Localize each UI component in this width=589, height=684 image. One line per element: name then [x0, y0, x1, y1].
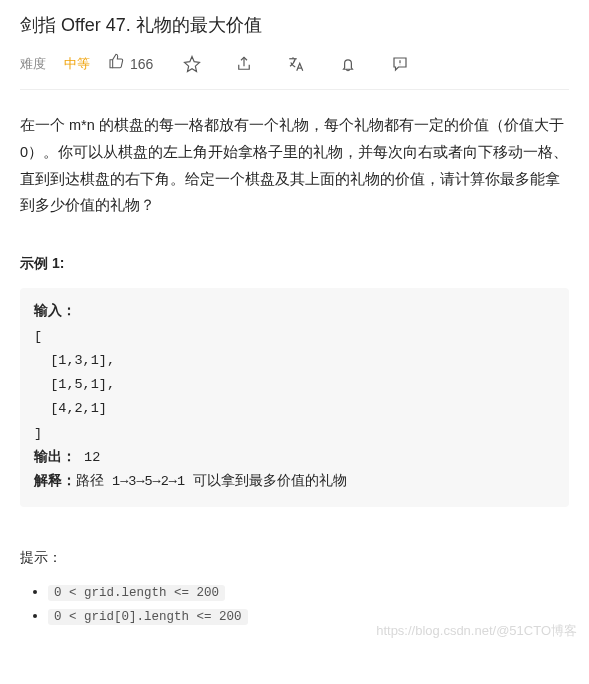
example-heading: 示例 1:: [20, 253, 569, 274]
list-item: 0 < grid[0].length <= 200: [48, 604, 569, 629]
list-item: 0 < grid.length <= 200: [48, 580, 569, 605]
share-icon[interactable]: [235, 55, 253, 73]
example-block: 输入： [ [1,3,1], [1,5,1], [4,2,1] ] 输出： 12…: [20, 288, 569, 506]
meta-icons: [183, 55, 409, 73]
problem-title: 剑指 Offer 47. 礼物的最大价值: [20, 12, 569, 39]
thumb-up-icon: [108, 53, 124, 75]
svg-point-0: [400, 64, 401, 65]
hint-code: 0 < grid.length <= 200: [48, 585, 225, 601]
explain-label: 解释：: [34, 474, 76, 489]
output-value: 12: [76, 450, 100, 465]
meta-bar: 难度 中等 166: [20, 53, 569, 90]
difficulty-value: 中等: [64, 54, 90, 74]
input-body: [ [1,3,1], [1,5,1], [4,2,1] ]: [34, 329, 115, 441]
meta-left: 难度 中等 166: [20, 53, 153, 75]
explain-value: 路径 1→3→5→2→1 可以拿到最多价值的礼物: [76, 474, 347, 489]
hints-heading: 提示：: [20, 547, 569, 568]
problem-description: 在一个 m*n 的棋盘的每一格都放有一个礼物，每个礼物都有一定的价值（价值大于 …: [20, 112, 569, 219]
output-label: 输出：: [34, 450, 76, 465]
hint-code: 0 < grid[0].length <= 200: [48, 609, 248, 625]
bell-icon[interactable]: [339, 55, 357, 73]
feedback-icon[interactable]: [391, 55, 409, 73]
hints-list: 0 < grid.length <= 200 0 < grid[0].lengt…: [20, 580, 569, 629]
input-label: 输入：: [34, 304, 76, 319]
difficulty-label: 难度: [20, 54, 46, 74]
star-icon[interactable]: [183, 55, 201, 73]
likes-button[interactable]: 166: [108, 53, 153, 75]
translate-icon[interactable]: [287, 55, 305, 73]
likes-count: 166: [130, 54, 153, 75]
